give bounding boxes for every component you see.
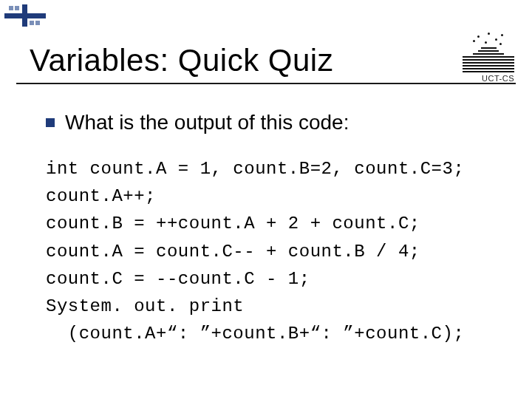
bullet-text: What is the output of this code: xyxy=(65,111,349,134)
title-underline xyxy=(16,83,516,84)
slide: UCT-CS Variables: Quick Quiz What is the… xyxy=(0,0,532,399)
corner-decoration xyxy=(4,4,46,27)
footer-label: UCT-CS xyxy=(482,74,514,83)
bullet-icon xyxy=(46,118,55,127)
code-block: int count.A = 1, count.B=2, count.C=3; c… xyxy=(46,155,502,347)
uct-logo-icon xyxy=(463,31,514,72)
bullet-item: What is the output of this code: xyxy=(46,111,502,134)
slide-body: What is the output of this code: int cou… xyxy=(46,111,502,347)
slide-title: Variables: Quick Quiz xyxy=(30,43,333,78)
